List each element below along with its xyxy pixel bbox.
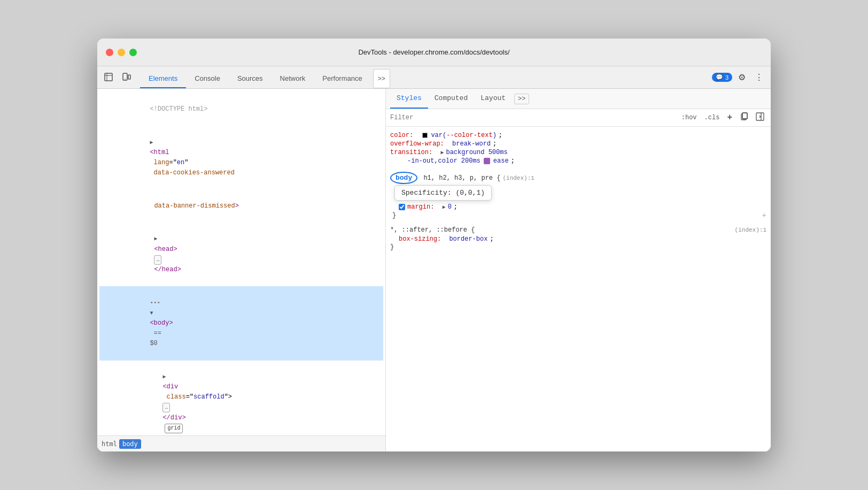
- color-val[interactable]: var(--color-text): [431, 132, 496, 139]
- devtools-window: DevTools - developer.chrome.com/docs/dev…: [97, 39, 771, 451]
- svg-rect-4: [128, 75, 130, 79]
- dom-line-head[interactable]: ▶ <head> … </head>: [99, 223, 383, 286]
- scaffold-triangle[interactable]: ▶: [162, 373, 166, 381]
- dom-panel: <!DOCTYPE html> ▶ <html lang="en" data-c…: [97, 89, 386, 451]
- body-selector-rest: h1, h2, h3, p, pre {: [420, 174, 500, 182]
- dom-content: <!DOCTYPE html> ▶ <html lang="en" data-c…: [97, 89, 385, 435]
- main-content: <!DOCTYPE html> ▶ <html lang="en" data-c…: [97, 89, 771, 451]
- box-sizing-val[interactable]: border-box: [449, 235, 487, 243]
- tab-elements[interactable]: Elements: [140, 69, 186, 88]
- filter-actions: :hov .cls +: [679, 111, 766, 124]
- dom-line-scaffold[interactable]: ▶ <div class="scaffold"> … </div> grid: [99, 361, 383, 435]
- add-style-button[interactable]: +: [725, 112, 734, 124]
- svg-line-12: [759, 117, 761, 118]
- tab-computed[interactable]: Computed: [428, 89, 474, 109]
- overflow-wrap-prop[interactable]: overflow-wrap:: [390, 140, 444, 148]
- add-declaration-button[interactable]: +: [762, 211, 766, 220]
- tab-bar: Elements Console Sources Network Perform…: [140, 66, 390, 88]
- cls-button[interactable]: .cls: [702, 113, 722, 122]
- css-decl-color: color: var(--color-text) ;: [390, 131, 766, 140]
- tab-console[interactable]: Console: [186, 69, 229, 88]
- styles-tabs: Styles Computed Layout >>: [386, 89, 771, 109]
- tab-network[interactable]: Network: [272, 69, 314, 88]
- universal-rule-header: *, ::after, ::before { (index):1: [390, 226, 766, 234]
- html-triangle[interactable]: ▶: [150, 139, 153, 147]
- scaffold-ellipsis[interactable]: …: [162, 403, 170, 412]
- svg-point-5: [125, 79, 126, 80]
- breadcrumb-bar: html body: [97, 435, 385, 451]
- css-decl-transition: transition: ▶ background 500ms: [390, 148, 766, 157]
- toolbar-icons: [102, 70, 134, 85]
- titlebar: DevTools - developer.chrome.com/docs/dev…: [97, 39, 771, 66]
- body-declarations: margin: ▶ 0 ;: [390, 203, 766, 211]
- more-options-button[interactable]: ⋮: [751, 70, 766, 85]
- toggle-sidebar-button[interactable]: [754, 111, 766, 124]
- css-rule-universal: *, ::after, ::before { (index):1 box-siz…: [390, 226, 766, 251]
- transition-triangle[interactable]: ▶: [440, 149, 444, 156]
- overflow-wrap-val[interactable]: break-word: [452, 140, 491, 148]
- chat-icon: 💬: [716, 74, 723, 81]
- body-source[interactable]: (index):1: [502, 175, 534, 181]
- device-toolbar-button[interactable]: [119, 70, 134, 85]
- color-prop[interactable]: color:: [390, 132, 413, 139]
- svg-rect-7: [742, 113, 747, 119]
- copy-style-button[interactable]: [738, 111, 750, 124]
- svg-rect-0: [105, 73, 112, 81]
- universal-declarations: box-sizing: border-box ;: [390, 235, 766, 243]
- ease-val[interactable]: ease: [493, 157, 509, 165]
- tab-layout[interactable]: Layout: [474, 89, 512, 109]
- notifications-badge[interactable]: 💬 3: [712, 73, 732, 82]
- tab-styles[interactable]: Styles: [390, 89, 428, 109]
- tab-performance[interactable]: Performance: [314, 69, 370, 88]
- universal-source[interactable]: (index):1: [735, 227, 766, 233]
- universal-selector[interactable]: *, ::after, ::before {: [390, 226, 475, 234]
- transition-cont-val: -in-out,color 200ms: [407, 157, 480, 165]
- styles-filter-input[interactable]: [390, 114, 676, 121]
- html-tag-open: <html: [150, 149, 169, 156]
- margin-checkbox[interactable]: [399, 204, 405, 210]
- devtools-container: Elements Console Sources Network Perform…: [97, 66, 771, 451]
- doctype-text: <!DOCTYPE html>: [150, 105, 207, 113]
- specificity-tooltip-container: Specificity: (0,0,1): [390, 185, 766, 201]
- styles-tab-overflow[interactable]: >>: [514, 94, 529, 104]
- hov-button[interactable]: :hov: [679, 113, 699, 122]
- minimize-button[interactable]: [118, 49, 125, 56]
- css-decl-box-sizing: box-sizing: border-box ;: [399, 235, 766, 243]
- dom-line-html-cont: data-banner-dismissed>: [99, 190, 383, 223]
- head-ellipsis[interactable]: …: [154, 255, 161, 265]
- head-triangle[interactable]: ▶: [154, 235, 157, 243]
- notification-count: 3: [725, 74, 728, 81]
- grid-badge[interactable]: grid: [165, 424, 183, 433]
- maximize-button[interactable]: [129, 49, 137, 56]
- css-decl-transition-cont: -in-out,color 200ms ease ;: [390, 157, 766, 165]
- margin-prop[interactable]: margin:: [407, 203, 434, 211]
- selector-row-body: body h1, h2, h3, p, pre { (index):1: [390, 172, 766, 184]
- styles-panel: Styles Computed Layout >> :hov .cls +: [386, 89, 771, 451]
- css-decl-overflow-wrap: overflow-wrap: break-word ;: [390, 140, 766, 148]
- tab-sources[interactable]: Sources: [229, 69, 272, 88]
- dom-line-html[interactable]: ▶ <html lang="en" data-cookies-answered: [99, 126, 383, 190]
- transition-val[interactable]: background 500ms: [446, 149, 507, 156]
- body-rule-close: } +: [390, 211, 766, 220]
- body-triangle[interactable]: ▼: [150, 309, 153, 318]
- breadcrumb-html[interactable]: html: [102, 440, 117, 448]
- transition-prop[interactable]: transition:: [390, 149, 432, 156]
- css-decl-margin: margin: ▶ 0 ;: [399, 203, 766, 211]
- toolbar-right: 💬 3 ⚙ ⋮: [710, 70, 766, 85]
- settings-button[interactable]: ⚙: [734, 70, 749, 85]
- color-swatch-black[interactable]: [422, 133, 428, 138]
- tab-overflow-button[interactable]: >>: [373, 69, 390, 88]
- margin-val[interactable]: 0: [448, 203, 452, 211]
- margin-triangle[interactable]: ▶: [443, 204, 446, 210]
- breadcrumb-body[interactable]: body: [119, 439, 141, 449]
- close-button[interactable]: [106, 49, 113, 56]
- styles-filter-bar: :hov .cls +: [386, 109, 771, 127]
- window-title: DevTools - developer.chrome.com/docs/dev…: [358, 48, 509, 56]
- inspect-element-button[interactable]: [102, 70, 117, 85]
- styles-content: color: var(--color-text) ; overflow-wrap…: [386, 127, 771, 451]
- box-sizing-prop[interactable]: box-sizing:: [399, 235, 441, 243]
- svg-rect-9: [756, 113, 764, 120]
- body-selector-badge[interactable]: body: [390, 172, 417, 184]
- dom-line-body[interactable]: ••• ▼ <body> == $0: [99, 286, 383, 360]
- dom-line-doctype[interactable]: <!DOCTYPE html>: [99, 93, 383, 126]
